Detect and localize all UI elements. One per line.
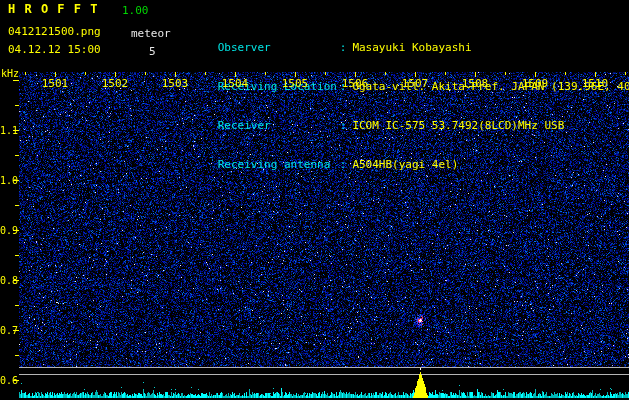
station-info: Observer:Masayuki Kobayashi Receiving Lo… (178, 2, 629, 184)
freq-tick-label: 1.1 (0, 124, 17, 137)
time-tick-label: 1505 (279, 77, 311, 90)
freq-tick-label: 0.8 (0, 274, 17, 287)
time-tick-label: 1503 (159, 77, 191, 90)
freq-axis-unit: kHz (1, 67, 19, 80)
timestamp: 04.12.12 15:00 (8, 43, 101, 56)
output-filename: 0412121500.png (8, 25, 101, 38)
freq-tick-label: 0.7 (0, 324, 17, 337)
time-tick-label: 1508 (459, 77, 491, 90)
mode-label: meteor (131, 27, 171, 40)
info-value: ICOM IC-575 53.7492(8LCD)MHz USB (346, 119, 564, 132)
info-label: Receiver (218, 119, 340, 132)
freq-tick-label: 0.9 (0, 224, 17, 237)
echo-count: 5 (149, 45, 156, 58)
info-value: Masayuki Kobayashi (346, 41, 471, 54)
app-version: 1.00 (122, 4, 149, 17)
info-label: Observer (218, 41, 340, 54)
info-row-antenna: Receiving antenna:A504HB(yagi 4el) (178, 145, 629, 158)
time-tick-label: 1510 (579, 77, 611, 90)
time-tick-label: 1507 (399, 77, 431, 90)
freq-tick-label: 0.6 (0, 374, 17, 387)
app-title: H R O F F T (8, 3, 98, 16)
info-label: Receiving antenna (218, 158, 340, 171)
time-tick-label: 1501 (39, 77, 71, 90)
time-tick-label: 1504 (219, 77, 251, 90)
info-row-observer: Observer:Masayuki Kobayashi (178, 28, 629, 41)
time-tick-label: 1502 (99, 77, 131, 90)
hrofft-window: H R O F F T 1.00 0412121500.png meteor 0… (0, 0, 629, 400)
time-tick-label: 1506 (339, 77, 371, 90)
freq-tick-label: 1.0 (0, 174, 17, 187)
info-row-receiver: Receiver:ICOM IC-575 53.7492(8LCD)MHz US… (178, 106, 629, 119)
time-tick-label: 1509 (519, 77, 551, 90)
info-value: A504HB(yagi 4el) (346, 158, 458, 171)
